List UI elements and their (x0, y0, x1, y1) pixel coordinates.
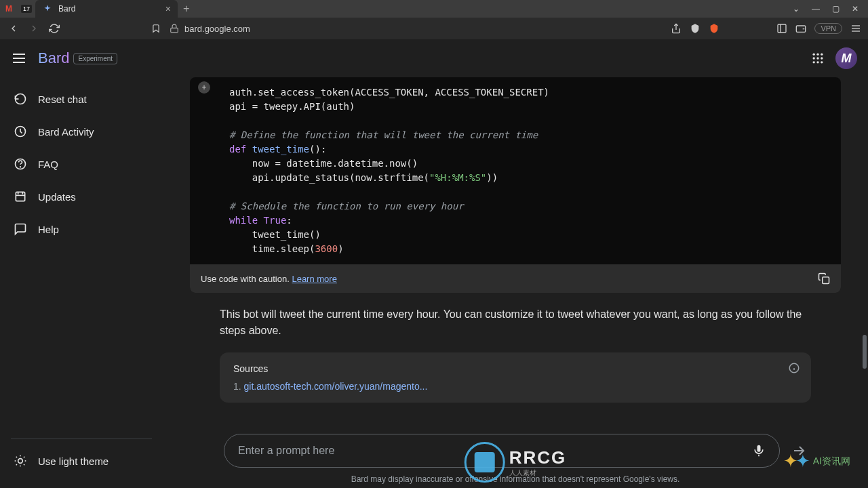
sidebar-item-reset-chat[interactable]: Reset chat (0, 83, 155, 115)
svg-line-34 (16, 464, 17, 465)
info-icon[interactable] (788, 362, 800, 374)
svg-line-33 (24, 457, 24, 458)
experiment-badge: Experiment (73, 53, 117, 64)
svg-rect-1 (778, 24, 786, 33)
sidebar-toggle-icon[interactable] (776, 23, 787, 34)
prompt-box[interactable] (224, 434, 780, 468)
menu-icon[interactable] (850, 23, 861, 34)
sun-icon (14, 454, 27, 468)
svg-point-21 (20, 167, 21, 167)
sidebar-divider (11, 439, 152, 439)
url-text[interactable]: bard.google.com (184, 24, 250, 34)
maximize-button[interactable]: ▢ (832, 4, 840, 14)
sidebar-item-label: FAQ (38, 159, 58, 170)
sidebar-item-theme[interactable]: Use light theme (0, 445, 155, 477)
history-icon (14, 125, 27, 138)
send-button[interactable] (791, 443, 807, 459)
svg-point-11 (816, 54, 818, 56)
apps-grid-icon[interactable] (811, 52, 825, 65)
svg-point-13 (813, 57, 815, 59)
minimize-button[interactable]: — (812, 4, 820, 14)
svg-rect-0 (171, 28, 178, 32)
svg-point-26 (18, 459, 23, 464)
input-area: Bard may display inaccurate or offensive… (163, 426, 868, 488)
help-icon (14, 157, 27, 171)
address-bar: bard.google.com VPN (0, 18, 868, 39)
reload-button[interactable] (47, 23, 61, 34)
pinned-tab-2[interactable]: 17 (18, 0, 35, 18)
sidebar-item-label: Bard Activity (38, 126, 94, 138)
svg-point-10 (813, 54, 815, 56)
avatar[interactable]: M (835, 47, 857, 69)
svg-rect-22 (16, 192, 24, 201)
svg-point-18 (821, 61, 823, 63)
caution-text: Use code with caution. (201, 274, 290, 284)
updates-icon (14, 190, 27, 203)
disclaimer-text: Bard may display inaccurate or offensive… (351, 474, 680, 484)
sidebar-item-help[interactable]: Help (0, 213, 155, 245)
svg-rect-35 (823, 277, 829, 284)
brand-text: Bard (38, 49, 69, 67)
sidebar-item-label: Reset chat (38, 94, 87, 105)
app-header: Bard Experiment M (0, 39, 868, 77)
code-caution-bar: Use code with caution. Learn more (190, 264, 841, 293)
lock-icon[interactable] (170, 24, 179, 33)
learn-more-link[interactable]: Learn more (292, 274, 336, 284)
browser-tab-strip: M 17 Bard × + ⌄ — ▢ ✕ (0, 0, 868, 18)
bard-favicon-icon (42, 3, 53, 14)
sidebar-item-label: Updates (38, 191, 76, 203)
code-expand-button[interactable]: + (198, 81, 210, 94)
svg-point-15 (821, 57, 823, 59)
tab-close-button[interactable]: × (165, 3, 171, 14)
sidebar-item-label: Use light theme (38, 455, 108, 467)
chat-content: + auth.set_access_token(ACCESS_TOKEN, AC… (163, 77, 868, 488)
svg-line-31 (16, 457, 17, 458)
sidebar-item-faq[interactable]: FAQ (0, 148, 155, 180)
sources-title: Sources (233, 363, 797, 374)
pinned-tab-gmail[interactable]: M (0, 0, 18, 18)
wallet-icon[interactable] (795, 23, 806, 34)
sidebar: Reset chat Bard Activity FAQ Updates (0, 77, 163, 488)
svg-point-14 (816, 57, 818, 59)
back-button[interactable] (7, 23, 20, 34)
chevron-down-icon[interactable]: ⌄ (793, 4, 800, 14)
source-item: 1. git.autosoft-tech.com/oliver.yuan/mag… (233, 381, 797, 392)
shield-icon[interactable] (690, 23, 701, 34)
code-content: auth.set_access_token(ACCESS_TOKEN, ACCE… (190, 83, 841, 264)
svg-point-12 (821, 54, 823, 56)
svg-point-17 (816, 61, 818, 63)
svg-line-32 (24, 464, 24, 465)
brave-icon[interactable] (709, 23, 719, 34)
hamburger-menu-button[interactable] (11, 50, 27, 66)
scrollbar-thumb[interactable] (863, 335, 867, 369)
svg-point-16 (813, 61, 815, 63)
tab-title: Bard (58, 4, 160, 14)
source-link[interactable]: git.autosoft-tech.com/oliver.yuan/magent… (244, 381, 428, 392)
sidebar-item-label: Help (38, 224, 59, 235)
bard-logo[interactable]: Bard Experiment (38, 49, 117, 67)
response-text: This bot will tweet the current time eve… (220, 306, 811, 339)
tab-active[interactable]: Bard × (35, 0, 178, 18)
forward-button[interactable] (27, 23, 41, 34)
vpn-badge[interactable]: VPN (814, 23, 842, 34)
feedback-icon (14, 222, 27, 236)
reset-icon (14, 92, 27, 106)
sidebar-item-updates[interactable]: Updates (0, 180, 155, 213)
mic-button[interactable] (752, 444, 766, 458)
copy-code-button[interactable] (818, 272, 830, 285)
new-tab-button[interactable]: + (178, 3, 195, 15)
sources-box: Sources 1. git.autosoft-tech.com/oliver.… (220, 352, 811, 403)
sidebar-item-activity[interactable]: Bard Activity (0, 115, 155, 148)
share-icon[interactable] (671, 23, 682, 34)
close-window-button[interactable]: ✕ (852, 4, 859, 14)
code-block: + auth.set_access_token(ACCESS_TOKEN, AC… (190, 77, 841, 293)
prompt-input[interactable] (238, 445, 744, 457)
bookmark-icon[interactable] (149, 24, 163, 33)
